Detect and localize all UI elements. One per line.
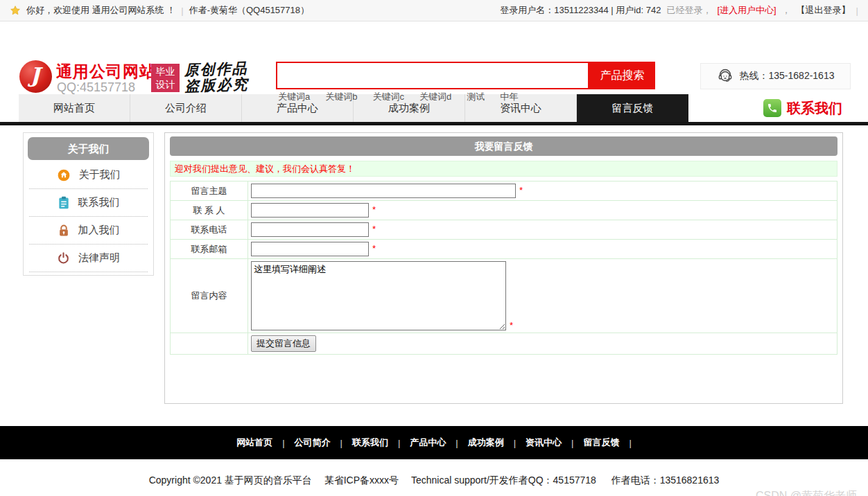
content-label: 留言内容 <box>171 259 248 333</box>
hotline-text: 热线：135-1682-1613 <box>740 70 835 82</box>
footer-separator: | <box>571 438 573 448</box>
form-row-subject: 留言主题 * <box>171 181 837 201</box>
form-row-email: 联系邮箱 * <box>171 240 837 259</box>
footer-link-company[interactable]: 公司简介 <box>295 436 331 449</box>
footer-separator: | <box>282 438 284 448</box>
headset-icon <box>717 67 734 86</box>
email-label: 联系邮箱 <box>171 240 248 259</box>
subject-input[interactable] <box>251 184 516 198</box>
feedback-panel: 我要留言反馈 迎对我们提出意见、建议，我们会认真答复！ 留言主题 * 联 系 人… <box>164 132 843 404</box>
logged-in-status: 已经登录， <box>666 4 711 17</box>
footer-bottom: Copyright ©2021 基于网页的音乐平台 某省ICP备xxxx号 Te… <box>0 459 868 496</box>
footer-link-home[interactable]: 网站首页 <box>236 436 272 449</box>
nav-item-feedback[interactable]: 留言反馈 <box>577 94 688 122</box>
contact-person-input[interactable] <box>251 203 369 218</box>
logout-link[interactable]: 【退出登录】 <box>797 4 851 17</box>
required-asterisk: * <box>372 243 376 254</box>
contact-us-button[interactable]: 联系我们 <box>763 94 851 122</box>
login-info: 登录用户名：13511223344 | 用户id: 742 <box>500 4 661 17</box>
sidebar: 关于我们 关于我们 联系我们 加入我们 法律声明 <box>23 132 154 276</box>
footer-link-products[interactable]: 产品中心 <box>410 436 446 449</box>
keyword-link[interactable]: 中年 <box>500 91 518 103</box>
feedback-notice: 迎对我们提出意见、建议，我们会认真答复！ <box>170 161 837 177</box>
email-input[interactable] <box>251 242 369 256</box>
topbar-end-separator: | <box>856 6 858 16</box>
star-icon <box>10 5 21 16</box>
sidebar-item-label: 法律声明 <box>78 251 120 265</box>
search-keywords: 关键词a 关键词b 关键词c 关键词d 测试 中年 <box>278 91 518 103</box>
required-asterisk: * <box>510 320 513 330</box>
topbar: 你好，欢迎使用 通用公司网站系统 ！ | 作者-黄菊华（QQ45157718） … <box>0 0 868 21</box>
sidebar-item-label: 加入我们 <box>78 224 120 237</box>
footer-link-news[interactable]: 资讯中心 <box>526 436 562 449</box>
nav-item-home[interactable]: 网站首页 <box>19 94 130 122</box>
keyword-link[interactable]: 关键词c <box>372 91 404 103</box>
empty-cell <box>171 333 248 355</box>
required-asterisk: * <box>372 224 376 234</box>
sidebar-item-contact[interactable]: 联系我们 <box>29 189 148 217</box>
phone-icon <box>763 99 781 117</box>
footer-separator: | <box>514 438 516 448</box>
subject-label: 留言主题 <box>171 181 248 201</box>
topbar-separator: | <box>181 6 183 16</box>
required-asterisk: * <box>372 204 376 215</box>
copyright-text: Copyright ©2021 基于网页的音乐平台 某省ICP备xxxx号 Te… <box>0 459 868 487</box>
author-text: 作者-黄菊华（QQ45157718） <box>189 4 309 17</box>
message-content-textarea[interactable]: 这里填写详细阐述 <box>251 261 506 330</box>
sidebar-item-join[interactable]: 加入我们 <box>29 217 148 245</box>
logo-letter: J <box>30 65 40 86</box>
product-search: 产品搜索 <box>276 62 655 89</box>
sidebar-item-label: 关于我们 <box>79 168 121 181</box>
user-center-link[interactable]: [进入用户中心] <box>717 4 776 17</box>
footer-separator: | <box>340 438 342 448</box>
nav-item-company[interactable]: 公司介绍 <box>130 94 242 122</box>
footer-separator: | <box>629 438 631 448</box>
site-qq: QQ:45157718 <box>57 80 135 95</box>
footer-separator: | <box>455 438 458 448</box>
power-icon <box>57 251 70 265</box>
sidebar-title: 关于我们 <box>28 137 149 160</box>
badge-line2: 设计 <box>151 78 180 91</box>
form-row-contact-person: 联 系 人 * <box>171 201 837 220</box>
phone-input[interactable] <box>251 222 369 237</box>
topbar-comma: ， <box>782 4 791 17</box>
csdn-watermark: CSDN @黄菊华老师 <box>756 489 857 496</box>
form-row-content: 留言内容 这里填写详细阐述 * <box>171 259 837 333</box>
original-work-stamp: 原创作品 盗版必究 <box>184 60 249 94</box>
content-area: 关于我们 关于我们 联系我们 加入我们 法律声明 我要留言反馈 <box>0 125 868 416</box>
phone-label: 联系电话 <box>171 220 248 240</box>
site-title: 通用公司网站 <box>56 61 156 82</box>
feedback-form: 留言主题 * 联 系 人 * 联系电话 * 联系邮箱 * 留言内容 这里填写详细… <box>170 181 837 355</box>
contact-person-label: 联 系 人 <box>171 201 248 220</box>
clipboard-icon <box>58 196 70 210</box>
site-logo[interactable]: J <box>19 60 52 93</box>
submit-feedback-button[interactable]: 提交留言信息 <box>251 335 316 352</box>
home-icon <box>57 168 71 182</box>
hotline-box: 热线：135-1682-1613 <box>700 63 851 89</box>
lock-icon <box>58 224 70 238</box>
keyword-link[interactable]: 关键词a <box>278 91 310 103</box>
welcome-text: 你好，欢迎使用 通用公司网站系统 ！ <box>26 4 175 17</box>
sidebar-item-label: 联系我们 <box>78 196 120 209</box>
keyword-link[interactable]: 测试 <box>467 91 485 103</box>
search-input[interactable] <box>276 62 589 89</box>
keyword-link[interactable]: 关键词d <box>419 91 451 103</box>
calligraphy-line2: 盗版必究 <box>184 76 249 94</box>
footer-link-cases[interactable]: 成功案例 <box>468 436 504 449</box>
footer-separator: | <box>398 438 400 448</box>
required-asterisk: * <box>519 185 523 195</box>
badge-line1: 毕业 <box>151 65 180 78</box>
form-row-phone: 联系电话 * <box>171 220 837 240</box>
footer-link-contact[interactable]: 联系我们 <box>352 436 388 449</box>
search-button[interactable]: 产品搜索 <box>589 62 655 89</box>
site-header: J 通用公司网站 QQ:45157718 毕业 设计 原创作品 盗版必究 产品搜… <box>0 21 868 94</box>
sidebar-item-about[interactable]: 关于我们 <box>29 161 148 189</box>
form-row-submit: 提交留言信息 <box>171 333 837 355</box>
panel-title: 我要留言反馈 <box>170 136 837 156</box>
footer-link-feedback[interactable]: 留言反馈 <box>583 436 619 449</box>
contact-us-label: 联系我们 <box>787 99 842 118</box>
graduation-design-badge: 毕业 设计 <box>151 64 180 92</box>
sidebar-item-legal[interactable]: 法律声明 <box>29 245 148 272</box>
footer-nav: 网站首页| 公司简介| 联系我们| 产品中心| 成功案例| 资讯中心| 留言反馈… <box>0 426 868 459</box>
keyword-link[interactable]: 关键词b <box>325 91 357 103</box>
